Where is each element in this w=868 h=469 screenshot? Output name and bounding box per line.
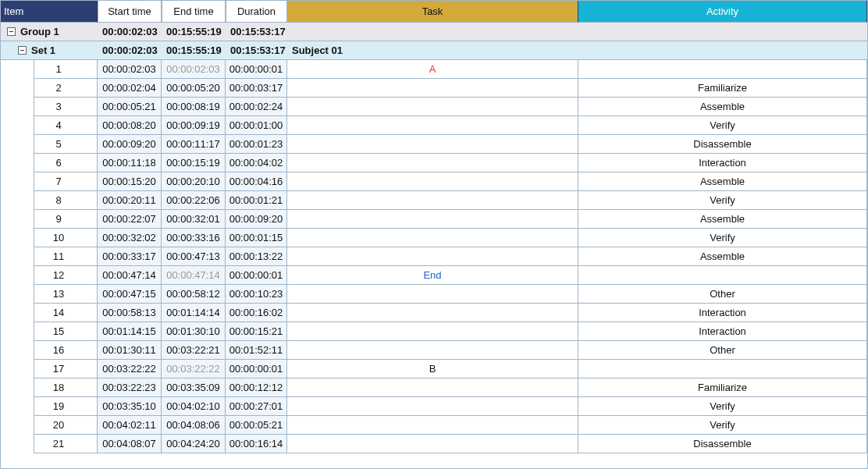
row-item[interactable]: 18 (34, 378, 98, 397)
row-duration[interactable]: 00:00:02:24 (226, 98, 287, 116)
row-duration[interactable]: 00:00:15:21 (226, 322, 287, 341)
row-start[interactable]: 00:00:22:07 (98, 210, 162, 229)
row-start[interactable]: 00:03:22:23 (98, 378, 162, 397)
row-duration[interactable]: 00:00:00:01 (226, 360, 287, 378)
row-item[interactable]: 1 (34, 60, 98, 79)
row-start[interactable]: 00:04:08:07 (98, 435, 162, 453)
row-duration[interactable]: 00:00:01:21 (226, 191, 287, 210)
row-start[interactable]: 00:00:33:17 (98, 247, 162, 266)
row-task[interactable] (287, 247, 578, 266)
row-end[interactable]: 00:04:08:06 (162, 416, 226, 435)
row-end[interactable]: 00:00:11:17 (162, 135, 226, 154)
row-end[interactable]: 00:03:22:22 (162, 360, 226, 378)
row-task[interactable] (287, 304, 578, 322)
row-start[interactable]: 00:00:58:13 (98, 304, 162, 322)
row-activity[interactable]: Interaction (578, 154, 867, 172)
row-end[interactable]: 00:00:15:19 (162, 154, 226, 172)
row-item[interactable]: 13 (34, 285, 98, 304)
col-header-item[interactable]: Item (1, 1, 98, 23)
row-start[interactable]: 00:00:11:18 (98, 154, 162, 172)
row-end[interactable]: 00:00:09:19 (162, 116, 226, 135)
row-end[interactable]: 00:00:32:01 (162, 210, 226, 229)
row-item[interactable]: 15 (34, 322, 98, 341)
row-activity[interactable]: Verify (578, 397, 867, 416)
row-task[interactable] (287, 116, 578, 135)
row-activity[interactable]: Other (578, 285, 867, 304)
row-task[interactable] (287, 378, 578, 397)
row-end[interactable]: 00:00:02:03 (162, 60, 226, 79)
row-activity[interactable]: Assemble (578, 98, 867, 116)
row-item[interactable]: 21 (34, 435, 98, 453)
row-start[interactable]: 00:00:09:20 (98, 135, 162, 154)
row-start[interactable]: 00:03:22:22 (98, 360, 162, 378)
row-task[interactable]: A (287, 60, 578, 79)
row-task[interactable] (287, 285, 578, 304)
row-task[interactable] (287, 79, 578, 98)
row-task[interactable]: B (287, 360, 578, 378)
row-activity[interactable]: Familiarize (578, 79, 867, 98)
col-header-end[interactable]: End time (162, 1, 226, 23)
col-header-start[interactable]: Start time (98, 1, 162, 23)
col-header-task[interactable]: Task (287, 1, 578, 23)
row-task[interactable] (287, 397, 578, 416)
row-start[interactable]: 00:00:08:20 (98, 116, 162, 135)
row-duration[interactable]: 00:00:16:14 (226, 435, 287, 453)
row-task[interactable] (287, 322, 578, 341)
row-end[interactable]: 00:00:33:16 (162, 229, 226, 247)
row-end[interactable]: 00:01:30:10 (162, 322, 226, 341)
row-duration[interactable]: 00:00:01:15 (226, 229, 287, 247)
row-task[interactable]: End (287, 266, 578, 285)
row-task[interactable] (287, 416, 578, 435)
row-activity[interactable]: Interaction (578, 322, 867, 341)
row-item[interactable]: 6 (34, 154, 98, 172)
row-item[interactable]: 9 (34, 210, 98, 229)
row-duration[interactable]: 00:00:27:01 (226, 397, 287, 416)
row-start[interactable]: 00:01:30:11 (98, 341, 162, 360)
row-duration[interactable]: 00:00:01:00 (226, 116, 287, 135)
row-duration[interactable]: 00:00:01:23 (226, 135, 287, 154)
row-item[interactable]: 7 (34, 172, 98, 191)
row-item[interactable]: 17 (34, 360, 98, 378)
row-item[interactable]: 11 (34, 247, 98, 266)
collapse-icon[interactable] (7, 27, 16, 36)
row-end[interactable]: 00:00:20:10 (162, 172, 226, 191)
col-header-activity[interactable]: Activity (578, 1, 867, 23)
row-end[interactable]: 00:03:35:09 (162, 378, 226, 397)
row-task[interactable] (287, 154, 578, 172)
row-start[interactable]: 00:00:47:14 (98, 266, 162, 285)
row-start[interactable]: 00:03:35:10 (98, 397, 162, 416)
row-activity[interactable]: Assemble (578, 210, 867, 229)
row-end[interactable]: 00:00:22:06 (162, 191, 226, 210)
row-task[interactable] (287, 135, 578, 154)
row-end[interactable]: 00:00:47:13 (162, 247, 226, 266)
row-duration[interactable]: 00:00:12:12 (226, 378, 287, 397)
row-item[interactable]: 14 (34, 304, 98, 322)
row-item[interactable]: 2 (34, 79, 98, 98)
row-start[interactable]: 00:00:20:11 (98, 191, 162, 210)
row-start[interactable]: 00:00:02:04 (98, 79, 162, 98)
row-end[interactable]: 00:00:08:19 (162, 98, 226, 116)
row-task[interactable] (287, 229, 578, 247)
row-end[interactable]: 00:03:22:21 (162, 341, 226, 360)
row-end[interactable]: 00:04:02:10 (162, 397, 226, 416)
row-start[interactable]: 00:00:15:20 (98, 172, 162, 191)
row-item[interactable]: 12 (34, 266, 98, 285)
row-task[interactable] (287, 172, 578, 191)
row-item[interactable]: 8 (34, 191, 98, 210)
row-item[interactable]: 10 (34, 229, 98, 247)
row-duration[interactable]: 00:00:16:02 (226, 304, 287, 322)
row-start[interactable]: 00:00:02:03 (98, 60, 162, 79)
row-activity[interactable]: Verify (578, 116, 867, 135)
row-activity[interactable]: Other (578, 341, 867, 360)
row-duration[interactable]: 00:00:04:16 (226, 172, 287, 191)
row-activity[interactable]: Interaction (578, 304, 867, 322)
row-end[interactable]: 00:01:14:14 (162, 304, 226, 322)
row-end[interactable]: 00:00:58:12 (162, 285, 226, 304)
row-activity[interactable] (578, 60, 867, 79)
row-duration[interactable]: 00:00:09:20 (226, 210, 287, 229)
row-start[interactable]: 00:00:05:21 (98, 98, 162, 116)
row-start[interactable]: 00:04:02:11 (98, 416, 162, 435)
row-activity[interactable]: Disassemble (578, 135, 867, 154)
row-activity[interactable]: Verify (578, 191, 867, 210)
row-activity[interactable]: Assemble (578, 172, 867, 191)
